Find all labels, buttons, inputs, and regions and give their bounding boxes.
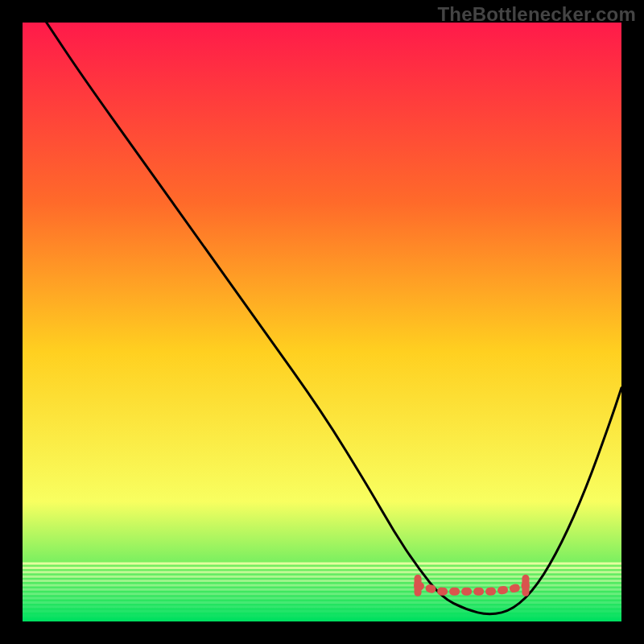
chart-svg [23,23,621,621]
watermark-text: TheBottlenecker.com [437,3,636,26]
gradient-background [23,23,621,621]
chart-container: TheBottlenecker.com [0,0,644,644]
plot-area [23,23,621,621]
